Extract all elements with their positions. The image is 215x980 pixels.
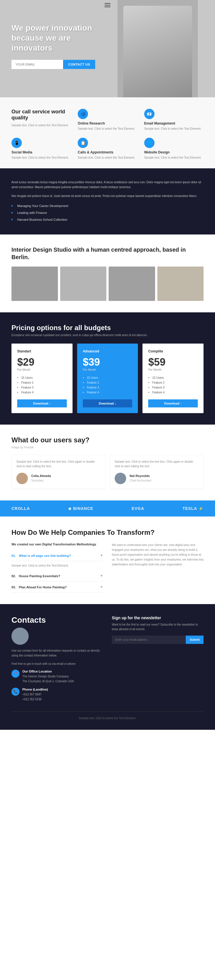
contacts-sub-description: Feel free to get in touch with us via em… bbox=[11, 661, 103, 666]
service-text-4: Sample text. Click to select the Text El… bbox=[144, 156, 204, 160]
navigation bbox=[0, 0, 215, 10]
testimonial-card-1: Sample text. Click to select the text bo… bbox=[110, 455, 204, 489]
hero-headline: We power innovation because we are innov… bbox=[11, 23, 109, 53]
faq-item-2[interactable]: 03. Plan Ahead For Home Painting? ▼ bbox=[11, 581, 103, 593]
services-grid: Our call service world quality Sample te… bbox=[11, 109, 204, 160]
service-item-2: 📱 Social Media Sample text. Click to sel… bbox=[11, 138, 71, 160]
feature-0-3: Feature 4 bbox=[17, 390, 67, 395]
transform-left: We created our own Digital Transformatio… bbox=[11, 542, 103, 593]
hero-content: We power innovation because we are innov… bbox=[11, 23, 109, 69]
interior-section: Interior Design Studio with a human cent… bbox=[0, 234, 215, 312]
phone-number1: +912 567 8987 bbox=[22, 692, 48, 697]
download-button-0[interactable]: Download ↓ bbox=[17, 399, 67, 407]
logo-3: TESLA ⚡ bbox=[183, 506, 204, 511]
service-title-0: Online Research bbox=[78, 121, 137, 126]
service-icon-2: 📱 bbox=[11, 138, 22, 148]
newsletter-subtitle: Want to be the first to read our news? S… bbox=[112, 622, 204, 632]
hero-person-image bbox=[123, 6, 192, 97]
newsletter-email-input[interactable] bbox=[112, 636, 186, 644]
service-icon-4: 🌐 bbox=[144, 138, 154, 148]
services-main-title: Our call service world quality bbox=[11, 109, 71, 121]
faq-content-0: Sample text. Click to select the Text El… bbox=[11, 561, 103, 570]
reviewer-info-0: Celia Almeda Secretary bbox=[31, 474, 51, 483]
faq-item-0[interactable]: 01. What is off page seo link building? … bbox=[11, 550, 103, 561]
feature-0-1: Feature 2 bbox=[17, 380, 67, 385]
avatar-0 bbox=[16, 473, 28, 484]
price-card-complite: Complite $59 Per Month 15 Users Feature … bbox=[143, 344, 204, 413]
feature-2-3: Feature 4 bbox=[148, 390, 198, 395]
reviewer-info-1: Nat Reynolds Chief Accountant bbox=[130, 474, 151, 483]
interior-images bbox=[11, 267, 204, 301]
contacts-right: Sign up for the newsletter Want to be th… bbox=[112, 616, 204, 706]
service-item-3: 📋 Calls & Appointments Sample text. Clic… bbox=[78, 138, 137, 160]
newsletter-submit-button[interactable]: Submit bbox=[186, 636, 204, 644]
testimonial-text-1: Sample text. Click to select the text bo… bbox=[115, 460, 199, 469]
faq-number-0: 01. bbox=[11, 554, 16, 557]
hero-contact-button[interactable]: CONTACT US bbox=[63, 60, 95, 69]
hero-email-input[interactable] bbox=[11, 60, 63, 69]
price-card-advanced: Advanced $39 Per Month 15 Users Feature … bbox=[77, 344, 138, 413]
faq-question-1: House Painting Essentials? bbox=[19, 574, 60, 578]
price-period-2: Per Month bbox=[148, 368, 198, 371]
interior-image-4 bbox=[157, 267, 204, 301]
newsletter-title: Sign up for the newsletter bbox=[112, 616, 204, 620]
office-line1: The Interior Design Studio Company bbox=[22, 674, 74, 679]
avatar-1 bbox=[115, 473, 126, 484]
newsletter-form: Submit bbox=[112, 636, 204, 644]
transform-subtitle: We created our own Digital Transformatio… bbox=[11, 542, 103, 546]
price-card-name-1: Advanced bbox=[83, 349, 132, 353]
interior-image-1 bbox=[11, 267, 58, 301]
hero-section: We power innovation because we are innov… bbox=[0, 0, 215, 97]
contacts-avatar bbox=[11, 628, 29, 645]
services-main-text: Sample text. Click to select the Text El… bbox=[11, 123, 71, 127]
footer-text: Sample text. Click to select the Text El… bbox=[11, 716, 204, 721]
logo-0: CROLLA bbox=[11, 506, 30, 511]
price-amount-0: $29 bbox=[17, 356, 67, 368]
transform-title: How Do We Help Companies To Transform? bbox=[11, 528, 204, 537]
dark-paragraph-1: Amet luctus venenatis lectus magna fring… bbox=[11, 180, 204, 189]
hero-image bbox=[117, 0, 198, 97]
testimonial-cards: Sample text. Click to select the text bo… bbox=[11, 455, 204, 489]
service-item-0: 🔵 Online Research Sample text. Click to … bbox=[78, 109, 137, 131]
faq-chevron-2: ▼ bbox=[100, 585, 103, 589]
service-item-1: 📧 Email Management Sample text. Click to… bbox=[144, 109, 204, 131]
interior-image-3 bbox=[109, 267, 155, 301]
service-item-main: Our call service world quality Sample te… bbox=[11, 109, 71, 131]
testimonial-card-0: Sample text. Click to select the text bo… bbox=[11, 455, 105, 489]
download-button-2[interactable]: Download ↓ bbox=[148, 399, 198, 407]
transform-right-text: We want to understand who your clients a… bbox=[112, 542, 204, 567]
dark-paragraph-2: Nec feugiat nisl pretium fusce id. Justo… bbox=[11, 194, 204, 199]
reviewer-1: Nat Reynolds Chief Accountant bbox=[115, 473, 199, 484]
service-title-2: Social Media bbox=[11, 150, 71, 154]
service-text-0: Sample text. Click to select the Text El… bbox=[78, 127, 137, 131]
interior-title: Interior Design Studio with a human cent… bbox=[11, 246, 204, 261]
reviewer-role-0: Secretary bbox=[31, 479, 43, 482]
pricing-cards: Standart $29 Per Month 15 Users Feature … bbox=[11, 344, 204, 413]
contacts-left: Contacts Use our contact form for all in… bbox=[11, 616, 103, 706]
faq-question-wrapper-0: 01. What is off page seo link building? bbox=[11, 553, 71, 558]
service-title-4: Website Design bbox=[144, 150, 204, 154]
transform-inner: We created our own Digital Transformatio… bbox=[11, 542, 204, 593]
feature-1-3: Feature 4 bbox=[83, 390, 132, 395]
feature-2-0: 15 Users bbox=[148, 375, 198, 380]
phone-title: Phone (Landline) bbox=[22, 688, 48, 691]
services-section: Our call service world quality Sample te… bbox=[0, 97, 215, 169]
download-button-1[interactable]: Download ↓ bbox=[83, 399, 132, 407]
contact-phone: 📞 Phone (Landline) +912 567 8987 +912 35… bbox=[11, 688, 103, 702]
price-amount-2: $59 bbox=[148, 356, 198, 368]
faq-chevron-1: ▼ bbox=[100, 574, 103, 578]
contact-office-detail: Our Office Location The Interior Design … bbox=[22, 670, 74, 684]
phone-icon: 📞 bbox=[11, 688, 19, 696]
faq-item-1[interactable]: 02. House Painting Essentials? ▼ bbox=[11, 570, 103, 581]
transform-section: How Do We Help Companies To Transform? W… bbox=[0, 517, 215, 604]
reviewer-name-0: Celia Almeda bbox=[31, 474, 51, 477]
hero-form: CONTACT US bbox=[11, 60, 109, 69]
phone-number2: +912 352 5336 bbox=[22, 697, 48, 702]
testimonial-text-0: Sample text. Click to select the text bo… bbox=[16, 460, 100, 469]
hamburger-menu[interactable] bbox=[104, 3, 111, 7]
pricing-subtitle: Excepteur sint occaecat cupidatat non pr… bbox=[11, 334, 204, 337]
price-amount-1: $39 bbox=[83, 356, 132, 368]
contacts-title: Contacts bbox=[11, 616, 103, 625]
reviewer-role-1: Chief Accountant bbox=[130, 479, 151, 482]
testimonials-title: What do our users say? bbox=[11, 436, 204, 444]
